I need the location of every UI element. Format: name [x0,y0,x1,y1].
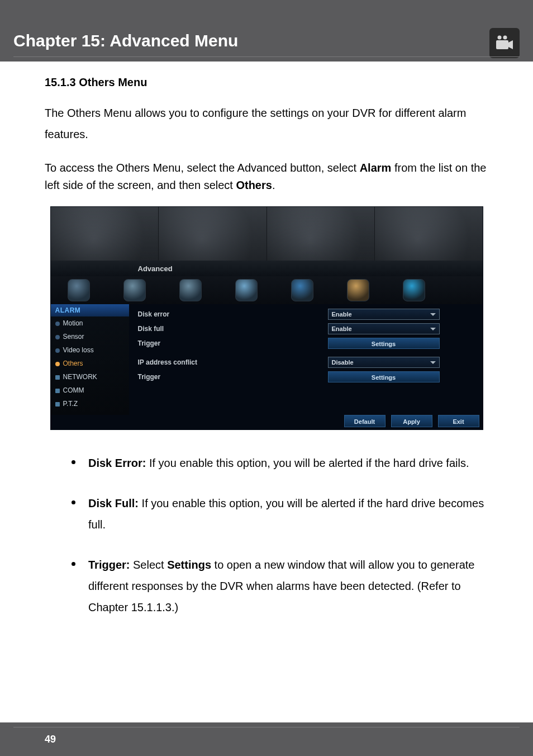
camera-feed-3 [267,207,375,261]
camera-icon [489,28,520,58]
toolbar-icon-maintain[interactable] [347,279,369,301]
setting-row-disk-error: Disk error Enable [138,308,477,321]
camera-feed-4 [375,207,483,261]
chevron-down-icon [430,328,436,330]
header-divider [13,56,520,57]
page-number: 49 [45,734,56,745]
sidebar: ALARM Motion Sensor Video loss Others NE… [51,304,129,415]
toolbar [51,276,483,304]
bold-alarm: Alarm [360,162,392,174]
dvr-screenshot: Advanced ALARM Motion Sensor Video loss … [50,206,483,430]
setting-label: Trigger [138,373,328,381]
trigger-settings-button-2[interactable]: Settings [328,371,440,382]
sidebar-item-ptz[interactable]: P.T.Z [51,397,129,410]
svg-marker-3 [508,40,513,49]
page-content: 15.1.3 Others Menu The Others Menu allow… [0,62,533,654]
sidebar-item-motion[interactable]: Motion [51,316,129,330]
sidebar-section-alarm: ALARM [51,304,129,316]
dropdown-value: Enable [332,311,352,318]
bullet-text: If you enable this option, you will be a… [88,497,484,531]
camera-feed-1 [51,207,159,261]
setting-label: Trigger [138,339,328,347]
bullet-label: Trigger: [88,559,130,571]
section-title: 15.1.3 Others Menu [45,76,488,89]
access-paragraph: To access the Others Menu, select the Ad… [45,159,488,194]
bullet-label: Disk Full: [88,497,139,509]
apply-button[interactable]: Apply [391,415,432,427]
settings-pane: Disk error Enable Disk full Enable [138,308,477,413]
footer-divider [13,727,520,727]
disk-error-dropdown[interactable]: Enable [328,309,440,320]
exit-button[interactable]: Exit [438,415,479,427]
bullet-disk-full: Disk Full: If you enable this option, yo… [64,493,488,535]
page-footer: 49 [0,722,533,756]
bold-settings: Settings [167,559,211,571]
toolbar-icon-record[interactable] [123,279,146,301]
window-title-bar: Advanced [51,261,483,276]
bullet-text: If you enable this option, you will be a… [146,457,469,469]
svg-rect-2 [496,40,508,49]
svg-point-0 [498,36,502,40]
dropdown-value: Disable [332,359,354,366]
text-fragment: To access the Others Menu, select the Ad… [45,162,360,174]
live-video-strip [51,207,483,261]
intro-paragraph: The Others Menu allows you to configure … [45,102,488,145]
setting-row-trigger-1: Trigger Settings [138,337,477,350]
chapter-header: Chapter 15: Advanced Menu [0,0,533,62]
bullet-trigger: Trigger: Select Settings to open a new w… [64,554,488,618]
sidebar-item-network[interactable]: NETWORK [51,370,129,384]
text-fragment: . [272,179,275,191]
setting-row-trigger-2: Trigger Settings [138,370,477,384]
chevron-down-icon [430,313,436,316]
dropdown-value: Enable [332,325,352,332]
svg-point-1 [503,36,507,40]
setting-row-ip-conflict: IP address conflict Disable [138,356,477,369]
setting-label: Disk full [138,325,328,333]
trigger-settings-button-1[interactable]: Settings [328,338,440,349]
disk-full-dropdown[interactable]: Enable [328,323,440,334]
toolbar-icon-power[interactable] [403,279,425,301]
ip-conflict-dropdown[interactable]: Disable [328,357,440,368]
bullet-list: Disk Error: If you enable this option, y… [64,452,488,618]
window-title: Advanced [138,264,173,273]
default-button[interactable]: Default [344,415,386,427]
bullet-disk-error: Disk Error: If you enable this option, y… [64,452,488,474]
sidebar-item-others[interactable]: Others [51,357,129,370]
toolbar-icon-system[interactable] [68,279,90,301]
bullet-text: Select [130,559,167,571]
toolbar-icon-info[interactable] [291,279,313,301]
sidebar-item-sensor[interactable]: Sensor [51,330,129,343]
setting-row-disk-full: Disk full Enable [138,322,477,336]
sidebar-item-video-loss[interactable]: Video loss [51,343,129,357]
setting-label: IP address conflict [138,358,328,366]
setting-label: Disk error [138,310,328,318]
sidebar-item-comm[interactable]: COMM [51,384,129,397]
dialog-buttons: Default Apply Exit [344,415,479,427]
camera-feed-2 [159,207,267,261]
bold-others: Others [236,179,272,191]
toolbar-icon-schedule[interactable] [179,279,202,301]
chevron-down-icon [430,361,436,364]
toolbar-icon-disk[interactable] [235,279,258,301]
bullet-label: Disk Error: [88,457,146,469]
chapter-title: Chapter 15: Advanced Menu [13,31,238,54]
